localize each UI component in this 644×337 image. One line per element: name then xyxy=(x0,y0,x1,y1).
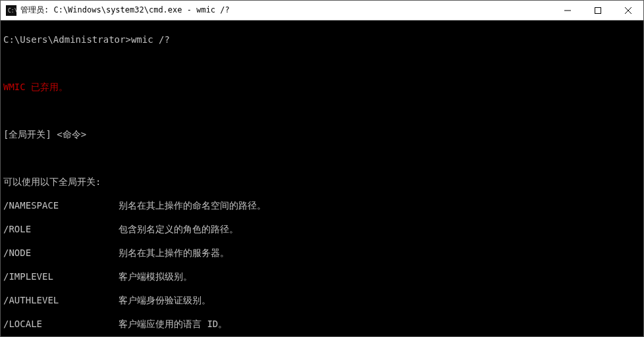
prompt-path: C:\Users\Administrator> xyxy=(3,34,131,45)
switch-row: /LOCALE客户端应使用的语言 ID。 xyxy=(3,318,641,330)
prompt-command: wmic /? xyxy=(131,34,170,45)
cmd-window: C:\ 管理员: C:\Windows\system32\cmd.exe - w… xyxy=(0,0,644,337)
switch-desc: 客户端应使用的语言 ID。 xyxy=(119,318,641,330)
switch-name: /LOCALE xyxy=(3,318,119,330)
console-output[interactable]: C:\Users\Administrator>wmic /? WMIC 已弃用。… xyxy=(1,20,643,336)
window-controls xyxy=(552,1,643,20)
switch-row: /NAMESPACE别名在其上操作的命名空间的路径。 xyxy=(3,199,641,211)
switch-desc: 别名在其上操作的命名空间的路径。 xyxy=(119,199,641,211)
deprecated-warning: WMIC 已弃用。 xyxy=(3,81,641,93)
window-title: 管理员: C:\Windows\system32\cmd.exe - wmic … xyxy=(20,5,552,16)
switch-name: /NAMESPACE xyxy=(3,199,119,211)
minimize-button[interactable] xyxy=(552,1,583,20)
svg-rect-4 xyxy=(595,7,601,13)
titlebar[interactable]: C:\ 管理员: C:\Windows\system32\cmd.exe - w… xyxy=(1,1,643,20)
switches-header: 可以使用以下全局开关: xyxy=(3,176,641,188)
switch-desc: 包含别名定义的角色的路径。 xyxy=(119,223,641,235)
switch-desc: 客户端模拟级别。 xyxy=(119,271,641,282)
switch-name: /AUTHLEVEL xyxy=(3,294,119,306)
cmd-icon: C:\ xyxy=(6,5,16,16)
switch-row: /ROLE包含别名定义的角色的路径。 xyxy=(3,223,641,235)
switch-row: /AUTHLEVEL客户端身份验证级别。 xyxy=(3,294,641,306)
switch-name: /ROLE xyxy=(3,223,119,235)
close-button[interactable] xyxy=(613,1,643,20)
switch-row: /IMPLEVEL客户端模拟级别。 xyxy=(3,271,641,282)
maximize-button[interactable] xyxy=(583,1,613,20)
usage-line: [全局开关] <命令> xyxy=(3,128,641,140)
switch-desc: 别名在其上操作的服务器。 xyxy=(119,247,641,259)
switch-desc: 客户端身份验证级别。 xyxy=(119,294,641,306)
switch-name: /NODE xyxy=(3,247,119,259)
prompt-line: C:\Users\Administrator>wmic /? xyxy=(3,34,641,45)
switch-row: /NODE别名在其上操作的服务器。 xyxy=(3,247,641,259)
svg-text:C:\: C:\ xyxy=(8,8,16,14)
switch-name: /IMPLEVEL xyxy=(3,271,119,282)
